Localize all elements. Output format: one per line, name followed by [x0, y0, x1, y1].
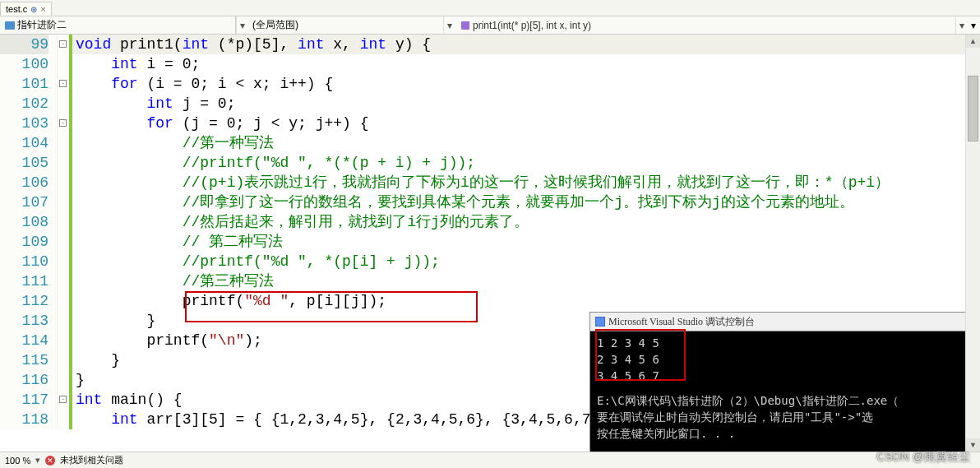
exit-path: E:\C网课代码\指针进阶（2）\Debug\指针进阶二.exe（ [597, 392, 973, 409]
line-number: 102 [0, 94, 49, 114]
code-line[interactable]: //然后括起来，解引用，就找到了i行j列的元素了。 [72, 212, 980, 232]
line-number: 106 [0, 173, 49, 192]
code-line[interactable]: int j = 0; [72, 94, 980, 114]
code-line[interactable]: //第一种写法 [72, 133, 980, 153]
global-dropdown-icon[interactable]: ▾ [443, 16, 455, 34]
code-line[interactable]: void print1(int (*p)[5], int x, int y) { [72, 35, 980, 54]
global-label: (全局范围) [252, 18, 298, 32]
global-scope[interactable]: (全局范围) [247, 16, 303, 34]
line-number: 112 [0, 291, 49, 311]
code-line[interactable]: for (i = 0; i < x; i++) { [72, 74, 980, 94]
line-number: 109 [0, 232, 49, 252]
annotation-box-output [595, 329, 686, 381]
scope-dropdown-icon[interactable]: ▾ [236, 16, 247, 34]
split-icon[interactable]: ▾ [967, 20, 980, 31]
function-label: print1(int(* p)[5], int x, int y) [473, 20, 591, 31]
function-selector[interactable]: print1(int(* p)[5], int x, int y) [455, 20, 955, 31]
scroll-up-icon[interactable]: ▲ [966, 35, 980, 48]
line-number: 116 [0, 370, 49, 390]
close-icon[interactable]: × [40, 4, 45, 14]
fold-toggle[interactable]: - [59, 40, 67, 48]
code-line[interactable]: //(p+i)表示跳过i行，我就指向了下标为i的这一行，这时候我们解引用，就找到… [72, 173, 980, 192]
exit-hint: 要在调试停止时自动关闭控制台，请启用"工具"->"选 [597, 409, 973, 425]
tab-filename: test.c [6, 4, 27, 14]
file-tab[interactable]: test.c ⊕ × [0, 2, 52, 16]
code-line[interactable]: //printf("%d ", *(*(p + i) + j)); [72, 153, 980, 173]
code-line[interactable]: //printf("%d ", *(p[i] + j)); [72, 252, 980, 271]
function-icon [461, 21, 469, 30]
vertical-scrollbar[interactable]: ▲ ▼ [965, 35, 980, 429]
line-number: 100 [0, 54, 49, 74]
line-number: 113 [0, 311, 49, 331]
code-line[interactable]: // 第二种写法 [72, 232, 980, 252]
annotation-box-code [185, 291, 478, 322]
line-gutter: 9910010110210310410510610710810911011111… [0, 35, 58, 429]
line-number: 101 [0, 74, 49, 94]
line-number: 117 [0, 390, 49, 410]
line-number: 114 [0, 331, 49, 350]
line-number: 105 [0, 153, 49, 173]
console-title-text: Microsoft Visual Studio 调试控制台 [608, 313, 755, 330]
line-number: 108 [0, 212, 49, 232]
pin-icon[interactable]: ⊕ [30, 5, 37, 14]
code-line[interactable]: //第三种写法 [72, 271, 980, 291]
press-key: 按任意键关闭此窗口. . . [597, 425, 973, 429]
code-line[interactable]: for (j = 0; j < y; j++) { [72, 114, 980, 133]
fold-toggle[interactable]: - [59, 80, 67, 87]
line-number: 99 [0, 35, 49, 54]
line-number: 118 [0, 410, 49, 429]
line-number: 104 [0, 133, 49, 153]
code-line[interactable]: int i = 0; [72, 54, 980, 74]
line-number: 110 [0, 252, 49, 271]
code-line[interactable]: //即拿到了这一行的数组名，要找到具体某个元素，就要再加一个j。找到下标为j的这… [72, 192, 980, 212]
fold-toggle[interactable]: - [59, 119, 67, 127]
scroll-thumb[interactable] [968, 76, 978, 141]
debug-console: Microsoft Visual Studio 调试控制台 1 2 3 4 5 … [589, 312, 980, 429]
fold-column[interactable]: ---- [58, 35, 69, 429]
scope-icon [5, 21, 15, 30]
line-number: 103 [0, 114, 49, 133]
scope-selector[interactable]: 指针进阶二 [0, 16, 72, 34]
line-number: 107 [0, 192, 49, 212]
line-number: 111 [0, 271, 49, 291]
console-icon [595, 317, 605, 327]
scope-label: 指针进阶二 [17, 18, 67, 32]
func-dropdown-icon[interactable]: ▾ [955, 16, 967, 34]
line-number: 115 [0, 350, 49, 370]
fold-toggle[interactable]: - [59, 396, 67, 403]
console-output[interactable]: 1 2 3 4 5 2 3 4 5 6 3 4 5 6 7 E:\C网课代码\指… [590, 331, 979, 429]
